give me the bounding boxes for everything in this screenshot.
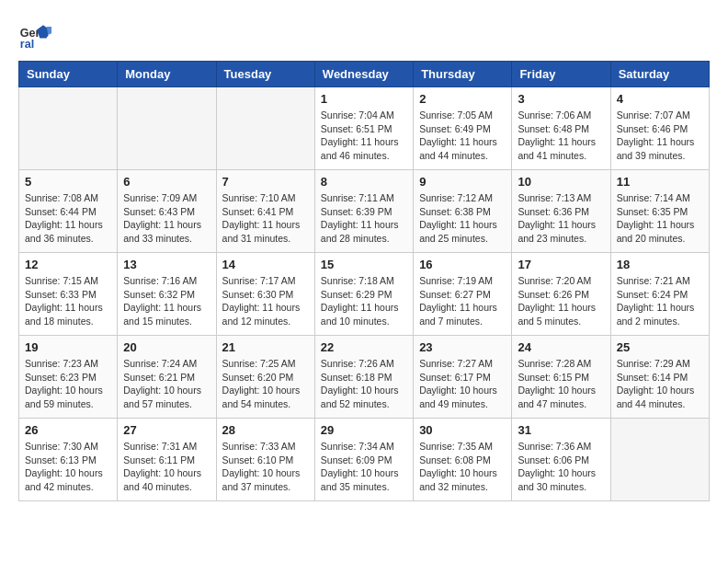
day-info: Sunrise: 7:36 AM Sunset: 6:06 PM Dayligh… (518, 440, 604, 494)
day-header-tuesday: Tuesday (216, 62, 314, 87)
calendar-table: SundayMondayTuesdayWednesdayThursdayFrid… (18, 61, 710, 501)
day-number: 16 (419, 258, 506, 271)
day-info: Sunrise: 7:10 AM Sunset: 6:41 PM Dayligh… (222, 191, 309, 246)
calendar-cell: 15Sunrise: 7:18 AM Sunset: 6:29 PM Dayli… (314, 253, 413, 336)
day-number: 17 (518, 258, 604, 271)
day-number: 9 (419, 175, 506, 189)
calendar-cell: 8Sunrise: 7:11 AM Sunset: 6:39 PM Daylig… (314, 170, 413, 253)
calendar-cell: 6Sunrise: 7:09 AM Sunset: 6:43 PM Daylig… (118, 170, 216, 253)
day-number: 1 (321, 92, 407, 106)
day-number: 15 (321, 258, 407, 271)
day-info: Sunrise: 7:14 AM Sunset: 6:35 PM Dayligh… (617, 191, 703, 246)
day-header-monday: Monday (118, 62, 216, 87)
day-info: Sunrise: 7:07 AM Sunset: 6:46 PM Dayligh… (617, 109, 703, 163)
day-header-wednesday: Wednesday (314, 62, 413, 87)
logo-icon: Gene ral (18, 18, 51, 52)
day-number: 3 (518, 92, 604, 106)
day-header-thursday: Thursday (414, 62, 512, 87)
day-header-saturday: Saturday (610, 62, 709, 87)
calendar-cell: 9Sunrise: 7:12 AM Sunset: 6:38 PM Daylig… (414, 170, 512, 253)
day-number: 19 (25, 340, 111, 354)
calendar-cell: 20Sunrise: 7:24 AM Sunset: 6:21 PM Dayli… (118, 336, 216, 419)
day-info: Sunrise: 7:13 AM Sunset: 6:36 PM Dayligh… (518, 191, 604, 246)
day-number: 31 (518, 423, 604, 437)
day-info: Sunrise: 7:12 AM Sunset: 6:38 PM Dayligh… (419, 191, 506, 246)
page-header: Gene ral (18, 18, 710, 52)
day-info: Sunrise: 7:09 AM Sunset: 6:43 PM Dayligh… (123, 191, 210, 246)
calendar-cell (19, 87, 118, 170)
calendar-cell (610, 419, 709, 501)
day-info: Sunrise: 7:29 AM Sunset: 6:14 PM Dayligh… (617, 357, 703, 411)
calendar-week-row: 5Sunrise: 7:08 AM Sunset: 6:44 PM Daylig… (19, 170, 710, 253)
day-info: Sunrise: 7:17 AM Sunset: 6:30 PM Dayligh… (222, 274, 309, 328)
calendar-cell: 1Sunrise: 7:04 AM Sunset: 6:51 PM Daylig… (314, 87, 413, 170)
day-info: Sunrise: 7:05 AM Sunset: 6:49 PM Dayligh… (419, 109, 506, 163)
day-number: 8 (321, 175, 407, 189)
calendar-cell: 17Sunrise: 7:20 AM Sunset: 6:26 PM Dayli… (512, 253, 610, 336)
calendar-cell: 13Sunrise: 7:16 AM Sunset: 6:32 PM Dayli… (118, 253, 216, 336)
calendar-header-row: SundayMondayTuesdayWednesdayThursdayFrid… (19, 62, 710, 87)
day-info: Sunrise: 7:24 AM Sunset: 6:21 PM Dayligh… (123, 357, 210, 411)
calendar-cell: 2Sunrise: 7:05 AM Sunset: 6:49 PM Daylig… (414, 87, 512, 170)
calendar-week-row: 19Sunrise: 7:23 AM Sunset: 6:23 PM Dayli… (19, 336, 710, 419)
svg-text:ral: ral (20, 38, 34, 51)
day-info: Sunrise: 7:28 AM Sunset: 6:15 PM Dayligh… (518, 357, 604, 411)
day-number: 4 (617, 92, 703, 106)
calendar-week-row: 12Sunrise: 7:15 AM Sunset: 6:33 PM Dayli… (19, 253, 710, 336)
calendar-cell: 27Sunrise: 7:31 AM Sunset: 6:11 PM Dayli… (118, 419, 216, 501)
day-number: 21 (222, 340, 309, 354)
day-number: 22 (321, 340, 407, 354)
day-number: 7 (222, 175, 309, 189)
calendar-week-row: 1Sunrise: 7:04 AM Sunset: 6:51 PM Daylig… (19, 87, 710, 170)
day-number: 28 (222, 423, 309, 437)
calendar-cell: 22Sunrise: 7:26 AM Sunset: 6:18 PM Dayli… (314, 336, 413, 419)
day-info: Sunrise: 7:18 AM Sunset: 6:29 PM Dayligh… (321, 274, 407, 328)
calendar-cell: 10Sunrise: 7:13 AM Sunset: 6:36 PM Dayli… (512, 170, 610, 253)
day-number: 2 (419, 92, 506, 106)
day-info: Sunrise: 7:31 AM Sunset: 6:11 PM Dayligh… (123, 440, 210, 494)
calendar-cell: 28Sunrise: 7:33 AM Sunset: 6:10 PM Dayli… (216, 419, 314, 501)
day-info: Sunrise: 7:27 AM Sunset: 6:17 PM Dayligh… (419, 357, 506, 411)
calendar-cell: 19Sunrise: 7:23 AM Sunset: 6:23 PM Dayli… (19, 336, 118, 419)
day-info: Sunrise: 7:30 AM Sunset: 6:13 PM Dayligh… (25, 440, 111, 494)
day-number: 26 (25, 423, 111, 437)
calendar-cell: 7Sunrise: 7:10 AM Sunset: 6:41 PM Daylig… (216, 170, 314, 253)
calendar-cell: 24Sunrise: 7:28 AM Sunset: 6:15 PM Dayli… (512, 336, 610, 419)
day-info: Sunrise: 7:35 AM Sunset: 6:08 PM Dayligh… (419, 440, 506, 494)
day-info: Sunrise: 7:11 AM Sunset: 6:39 PM Dayligh… (321, 191, 407, 246)
day-number: 30 (419, 423, 506, 437)
day-info: Sunrise: 7:16 AM Sunset: 6:32 PM Dayligh… (123, 274, 210, 328)
day-number: 5 (25, 175, 111, 189)
calendar-week-row: 26Sunrise: 7:30 AM Sunset: 6:13 PM Dayli… (19, 419, 710, 501)
calendar-cell: 12Sunrise: 7:15 AM Sunset: 6:33 PM Dayli… (19, 253, 118, 336)
day-number: 11 (617, 175, 703, 189)
calendar-cell: 11Sunrise: 7:14 AM Sunset: 6:35 PM Dayli… (610, 170, 709, 253)
calendar-cell: 4Sunrise: 7:07 AM Sunset: 6:46 PM Daylig… (610, 87, 709, 170)
day-info: Sunrise: 7:20 AM Sunset: 6:26 PM Dayligh… (518, 274, 604, 328)
day-info: Sunrise: 7:21 AM Sunset: 6:24 PM Dayligh… (617, 274, 703, 328)
calendar-cell: 29Sunrise: 7:34 AM Sunset: 6:09 PM Dayli… (314, 419, 413, 501)
day-header-sunday: Sunday (19, 62, 118, 87)
calendar-cell: 26Sunrise: 7:30 AM Sunset: 6:13 PM Dayli… (19, 419, 118, 501)
day-number: 6 (123, 175, 210, 189)
day-number: 29 (321, 423, 407, 437)
day-number: 18 (617, 258, 703, 271)
calendar-cell: 21Sunrise: 7:25 AM Sunset: 6:20 PM Dayli… (216, 336, 314, 419)
calendar-cell: 30Sunrise: 7:35 AM Sunset: 6:08 PM Dayli… (414, 419, 512, 501)
day-header-friday: Friday (512, 62, 610, 87)
day-info: Sunrise: 7:26 AM Sunset: 6:18 PM Dayligh… (321, 357, 407, 411)
calendar-cell (216, 87, 314, 170)
day-info: Sunrise: 7:25 AM Sunset: 6:20 PM Dayligh… (222, 357, 309, 411)
day-number: 14 (222, 258, 309, 271)
calendar-cell: 5Sunrise: 7:08 AM Sunset: 6:44 PM Daylig… (19, 170, 118, 253)
calendar-cell: 14Sunrise: 7:17 AM Sunset: 6:30 PM Dayli… (216, 253, 314, 336)
day-info: Sunrise: 7:19 AM Sunset: 6:27 PM Dayligh… (419, 274, 506, 328)
calendar-cell: 31Sunrise: 7:36 AM Sunset: 6:06 PM Dayli… (512, 419, 610, 501)
day-info: Sunrise: 7:15 AM Sunset: 6:33 PM Dayligh… (25, 274, 111, 328)
calendar-cell: 23Sunrise: 7:27 AM Sunset: 6:17 PM Dayli… (414, 336, 512, 419)
day-number: 12 (25, 258, 111, 271)
day-info: Sunrise: 7:23 AM Sunset: 6:23 PM Dayligh… (25, 357, 111, 411)
calendar-cell: 25Sunrise: 7:29 AM Sunset: 6:14 PM Dayli… (610, 336, 709, 419)
day-number: 20 (123, 340, 210, 354)
day-info: Sunrise: 7:08 AM Sunset: 6:44 PM Dayligh… (25, 191, 111, 246)
